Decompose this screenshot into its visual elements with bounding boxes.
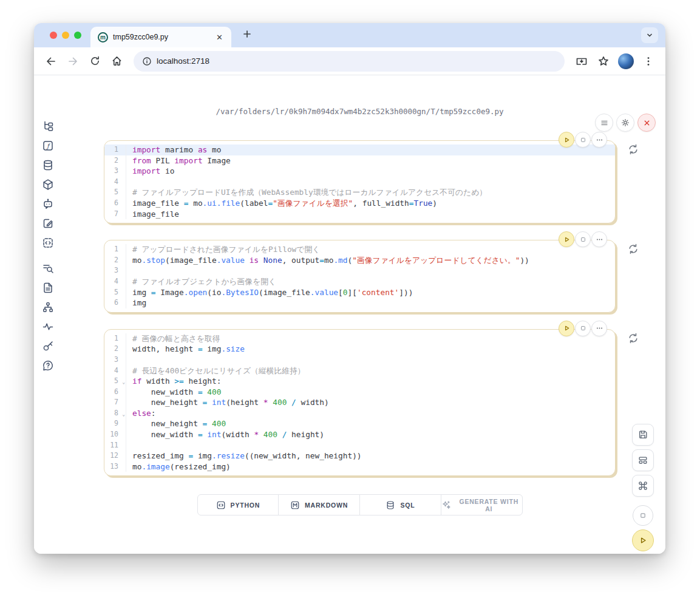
avatar[interactable] (618, 53, 634, 69)
code-text: from PIL import Image (126, 155, 231, 166)
tracing-icon[interactable] (42, 321, 54, 333)
code-line[interactable]: 1# アップロードされた画像ファイルをPillowで開く (104, 244, 615, 255)
home-button[interactable] (107, 52, 126, 71)
stop-cell-button[interactable] (575, 231, 591, 247)
info-icon[interactable] (142, 56, 152, 66)
code-line[interactable]: 4# 長辺を400ピクセルにリサイズ（縦横比維持） (104, 366, 615, 376)
packages-icon[interactable] (42, 179, 54, 191)
code-line[interactable]: 10 new_width = int(width * 400 / height) (104, 429, 615, 440)
documentation-icon[interactable] (42, 282, 54, 294)
run-cell-button[interactable] (559, 321, 574, 336)
secrets-icon[interactable] (42, 340, 54, 352)
close-window-button[interactable] (50, 32, 57, 39)
code-line[interactable]: 6img (104, 298, 615, 308)
code-line[interactable]: 4# ファイルオブジェクトから画像を開く (104, 276, 615, 287)
run-all-button[interactable] (632, 529, 654, 551)
line-number: 9 (104, 418, 126, 429)
cell-editor[interactable]: 1import marimo as mo2from PIL import Ima… (104, 140, 616, 223)
snippets-icon[interactable] (42, 237, 54, 249)
browser-tab[interactable]: m tmp59zcc0e9.py ✕ (90, 27, 231, 47)
add-python-cell-button[interactable]: PYTHON (198, 495, 279, 515)
code-line[interactable]: 9 new_height = 400 (104, 418, 615, 429)
reload-button[interactable] (85, 52, 104, 71)
notebook-menu-button[interactable] (595, 114, 613, 132)
run-cell-button[interactable] (559, 132, 574, 148)
code-line[interactable]: 5# ファイルアップロードUIを作成（WebAssembly環境ではローカルファ… (104, 187, 615, 198)
zoom-window-button[interactable] (74, 32, 81, 39)
code-line[interactable]: 5img = Image.open(io.BytesIO(image_file.… (104, 287, 615, 298)
tab-title: tmp59zcc0e9.py (113, 33, 209, 41)
shutdown-button[interactable] (637, 114, 656, 132)
code-line[interactable]: 2width, height = img.size (104, 344, 615, 355)
generate-with-ai-button[interactable]: GENERATE WITH AI (441, 495, 522, 515)
layout-toggle-button[interactable] (632, 449, 654, 471)
tab-close-icon[interactable]: ✕ (214, 32, 225, 43)
scratchpad-icon[interactable] (42, 217, 54, 230)
python-code-icon (216, 500, 226, 510)
code-line[interactable]: 12resized_img = img.resize((new_width, n… (104, 451, 615, 461)
code-text (126, 265, 132, 276)
code-line[interactable]: 7image_file (104, 209, 615, 220)
file-path: /var/folders/lr/0k9h7m094dx7wm4b2zc52k3h… (104, 107, 616, 116)
code-line[interactable]: 11 (104, 440, 615, 451)
cell-menu-button[interactable] (591, 321, 607, 336)
add-sql-cell-button[interactable]: SQL (359, 495, 441, 515)
line-number: 5⌄ (104, 376, 126, 387)
cell-editor[interactable]: 1# アップロードされた画像ファイルをPillowで開く2mo.stop(ima… (104, 240, 616, 313)
code-line[interactable]: 5⌄if width >= height: (104, 376, 615, 387)
new-tab-button[interactable] (239, 27, 255, 43)
code-line[interactable]: 2mo.stop(image_file.value is None, outpu… (104, 255, 615, 266)
save-button[interactable] (632, 424, 654, 446)
code-line[interactable]: 6 new_width = 400 (104, 387, 615, 398)
install-app-button[interactable] (572, 52, 591, 71)
datasources-icon[interactable] (42, 159, 54, 171)
url-bar[interactable]: localhost:2718 (134, 51, 565, 72)
tab-search-button[interactable] (641, 27, 658, 43)
stop-cell-button[interactable] (575, 132, 591, 148)
rerun-cell-button[interactable] (627, 243, 640, 256)
dependencies-icon[interactable] (42, 301, 54, 313)
code-line[interactable]: 4 (104, 177, 615, 188)
code-line[interactable]: 7 new_height = int(height * 400 / width) (104, 397, 615, 408)
code-line[interactable]: 13mo.image(resized_img) (104, 461, 615, 472)
browser-menu-button[interactable] (639, 52, 658, 71)
code-line[interactable]: 1import marimo as mo (104, 145, 615, 155)
stop-cell-button[interactable] (575, 321, 591, 336)
file-explorer-icon[interactable] (42, 120, 54, 132)
ellipsis-icon (596, 136, 603, 144)
back-button[interactable] (41, 52, 61, 71)
line-number: 4 (104, 177, 126, 188)
code-line[interactable]: 8⌄else: (104, 408, 615, 419)
logs-icon[interactable] (42, 262, 54, 274)
help-icon[interactable] (42, 359, 54, 372)
code-line[interactable]: 1# 画像の幅と高さを取得 (104, 333, 615, 344)
settings-button[interactable] (616, 114, 634, 132)
bookmark-button[interactable] (594, 52, 613, 71)
rerun-cell-button[interactable] (627, 332, 640, 345)
line-number: 3 (104, 265, 126, 276)
add-markdown-cell-button[interactable]: MARKDOWN (278, 495, 359, 515)
refresh-icon (627, 143, 639, 155)
bookmark-star-icon (597, 55, 610, 67)
ai-chat-icon[interactable] (42, 198, 54, 210)
cell-editor[interactable]: 1# 画像の幅と高さを取得2width, height = img.size34… (104, 329, 616, 477)
code-line[interactable]: 2from PIL import Image (104, 155, 615, 166)
forward-button[interactable] (63, 52, 83, 71)
keyboard-shortcuts-button[interactable] (632, 475, 654, 497)
minimize-window-button[interactable] (62, 32, 69, 39)
code-line[interactable]: 6image_file = mo.ui.file(label="画像ファイルを選… (104, 198, 615, 209)
url-text: localhost:2718 (157, 56, 209, 66)
code-line[interactable]: 3 (104, 265, 615, 276)
run-cell-button[interactable] (559, 231, 574, 247)
add-sql-label: SQL (400, 502, 415, 509)
code-line[interactable]: 3 (104, 355, 615, 366)
code-line[interactable]: 3import io (104, 166, 615, 177)
code-text: img (126, 298, 146, 308)
marimo-app: ƒ (34, 107, 665, 554)
cell-menu-button[interactable] (591, 132, 607, 148)
cell-menu-button[interactable] (591, 231, 607, 247)
line-number: 12 (104, 451, 126, 461)
interrupt-button[interactable] (633, 505, 653, 526)
rerun-cell-button[interactable] (627, 143, 640, 157)
variables-icon[interactable]: ƒ (42, 140, 54, 152)
